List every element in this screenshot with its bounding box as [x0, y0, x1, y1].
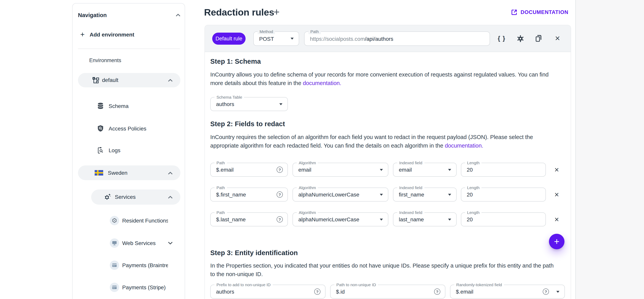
sidebar-divider: [78, 49, 180, 49]
documentation-link[interactable]: DOCUMENTATION: [511, 9, 568, 16]
method-select[interactable]: Method POST: [253, 32, 299, 46]
help-icon[interactable]: ?: [314, 288, 320, 295]
dropdown-arrow-icon: [380, 218, 383, 220]
sidebar-item-access-policies[interactable]: Access Policies: [72, 124, 186, 134]
indexed-field-select[interactable]: Indexed field email: [393, 163, 456, 177]
settings-button[interactable]: [515, 33, 525, 44]
dropdown-arrow-icon: [290, 38, 294, 40]
sidebar-item-logs[interactable]: Logs: [72, 146, 186, 155]
braces-icon: { }: [498, 35, 506, 42]
shield-search-icon: [96, 125, 104, 134]
json-braces-button[interactable]: { }: [496, 33, 507, 44]
prefix-non-unique-id-input[interactable]: Prefix to add to non-unique ID authors ?: [210, 285, 326, 298]
duplicate-rule-button[interactable]: [534, 33, 544, 44]
close-icon: ×: [554, 191, 559, 198]
step3-description: In the Properties section, you indicated…: [210, 262, 557, 278]
page-title: Redaction rules: [204, 7, 274, 18]
randomly-tokenized-field-select[interactable]: Randomly-tokenized field $.email ?: [450, 285, 565, 298]
gear-icon: [516, 34, 524, 43]
hierarchy-icon: [92, 77, 99, 85]
rule-header-bar: Default rule Method POST Path https://so…: [205, 25, 571, 52]
schema-table-select[interactable]: Schema Table authors: [210, 97, 288, 111]
algorithm-select[interactable]: Algorithm email: [292, 163, 388, 177]
help-icon[interactable]: ?: [543, 288, 549, 295]
chevron-down-icon[interactable]: [168, 241, 173, 245]
sidebar-item-default-environment[interactable]: default: [78, 73, 180, 87]
close-icon: ×: [555, 35, 560, 42]
remove-field-button[interactable]: ×: [552, 215, 561, 224]
remove-field-button[interactable]: ×: [552, 165, 561, 174]
indexed-field-select[interactable]: Indexed field first_name: [393, 188, 456, 201]
help-icon[interactable]: ?: [276, 167, 283, 173]
path-non-unique-id-input[interactable]: Path to non-unique ID $.id ?: [330, 285, 445, 298]
step3-heading: Step 3: Entity identification: [210, 249, 298, 257]
chevron-up-icon[interactable]: [168, 79, 173, 82]
plus-icon: +: [554, 236, 560, 247]
dropdown-arrow-icon: [556, 291, 560, 292]
dropdown-arrow-icon: [448, 218, 451, 220]
sidebar-item-sweden-environment[interactable]: Sweden: [78, 165, 180, 180]
environments-section-label: Environments: [89, 58, 121, 63]
add-field-fab[interactable]: +: [549, 234, 564, 249]
app-screen: Navigation + Add environment Environment…: [0, 0, 644, 299]
navigation-panel-title: Navigation: [78, 12, 107, 18]
redact-path-input[interactable]: Path $.email ?: [210, 163, 288, 177]
hexagon-function-icon: [110, 216, 119, 225]
plus-icon: +: [80, 30, 84, 39]
step2-documentation-link[interactable]: documentation.: [445, 142, 483, 149]
step1-heading: Step 1: Schema: [210, 58, 261, 66]
length-input[interactable]: Length 20: [461, 212, 546, 226]
redact-path-input[interactable]: Path $.last_name ?: [210, 212, 288, 226]
external-link-icon: [511, 9, 518, 16]
services-gear-sparkle-icon: [104, 193, 111, 202]
length-input[interactable]: Length 20: [461, 188, 546, 201]
step1-description: InCountry allows you to define schema of…: [210, 71, 557, 87]
remove-field-button[interactable]: ×: [552, 190, 561, 199]
step1-documentation-link[interactable]: documentation.: [303, 80, 341, 86]
chevron-up-icon[interactable]: [168, 196, 173, 199]
sweden-flag-icon: [95, 170, 103, 177]
help-icon[interactable]: ?: [276, 216, 283, 222]
database-icon: [96, 102, 104, 111]
credit-card-icon: [110, 260, 119, 270]
dropdown-arrow-icon: [380, 169, 383, 171]
close-icon: ×: [554, 215, 559, 223]
sidebar-item-payments-stripe[interactable]: Payments (Stripe): [72, 283, 186, 292]
add-environment-button[interactable]: + Add environment: [78, 30, 175, 40]
default-rule-badge: Default rule: [212, 33, 246, 45]
algorithm-select[interactable]: Algorithm alphaNumericLowerCase: [292, 212, 388, 226]
close-icon: ×: [554, 166, 559, 174]
algorithm-select[interactable]: Algorithm alphaNumericLowerCase: [292, 188, 388, 201]
dropdown-arrow-icon: [380, 194, 383, 195]
sidebar-item-web-services[interactable]: Web Services: [72, 238, 186, 248]
length-input[interactable]: Length 20: [461, 163, 546, 177]
redaction-rule-card: Default rule Method POST Path https://so…: [204, 25, 571, 299]
navigation-collapse-chevron-up-icon[interactable]: [176, 14, 180, 17]
monitor-icon: [110, 238, 119, 248]
dropdown-arrow-icon: [448, 194, 451, 195]
sidebar-item-services-group[interactable]: Services: [91, 189, 180, 205]
copy-icon: [534, 35, 542, 42]
indexed-field-select[interactable]: Indexed field last_name: [393, 212, 456, 226]
credit-card-icon: [110, 283, 119, 292]
page-right-gutter: [575, 0, 644, 299]
close-rule-button[interactable]: ×: [552, 33, 562, 44]
help-icon[interactable]: ?: [276, 191, 283, 198]
sidebar-item-resident-functions[interactable]: Resident Functions: [72, 216, 186, 225]
clipboard-search-icon: [96, 146, 104, 156]
chevron-up-icon[interactable]: [168, 172, 173, 175]
step2-heading: Step 2: Fields to redact: [210, 120, 285, 128]
path-input[interactable]: Path https://socialposts.com/api/authors: [304, 32, 490, 46]
dropdown-arrow-icon: [279, 103, 282, 105]
add-rule-button[interactable]: +: [274, 6, 280, 18]
sidebar-item-schema[interactable]: Schema: [72, 102, 186, 111]
navigation-panel: Navigation + Add environment Environment…: [72, 3, 185, 299]
redact-path-input[interactable]: Path $.first_name ?: [210, 188, 288, 201]
dropdown-arrow-icon: [448, 169, 451, 171]
step2-description: InCountry requires the selection of an a…: [210, 133, 557, 150]
sidebar-item-payments-braintree[interactable]: Payments (Braintree): [72, 260, 186, 270]
help-icon[interactable]: ?: [434, 288, 440, 295]
